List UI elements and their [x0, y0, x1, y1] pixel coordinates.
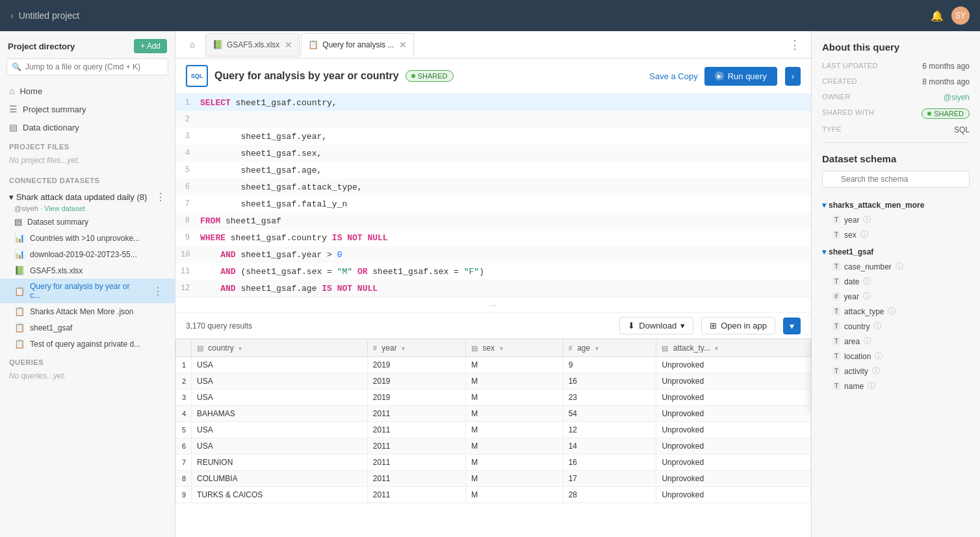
main-layout: Project directory + Add 🔍 ⌂ Home ☰ Proje… — [0, 31, 980, 537]
col-header-country[interactable]: ▤ country ▾ — [192, 340, 368, 357]
schema-search-input[interactable] — [822, 171, 970, 188]
table-body: 1 USA 2019 M 9 Unprovoked 2 USA 2019 M 1… — [176, 357, 811, 503]
query-tab-close[interactable]: ✕ — [399, 40, 407, 50]
schema-field-date: T date ⓘ — [822, 274, 970, 289]
table-row: 5 USA 2011 M 12 Unprovoked — [176, 422, 811, 438]
table-header-row: ▤ country ▾ # year ▾ ▤ sex ▾ # — [176, 340, 811, 357]
results-bar: 3,170 query results ⬇ Download ▾ ⊞ Open … — [175, 312, 811, 339]
activity-type: T — [832, 367, 840, 375]
tab-more-button[interactable]: ⋮ — [784, 38, 806, 52]
date-info-icon[interactable]: ⓘ — [863, 276, 871, 287]
shared-with-label: SHARED WITH — [822, 108, 874, 119]
row-num-cell: 1 — [176, 357, 192, 373]
sidebar-item-home[interactable]: ⌂ Home — [0, 82, 175, 100]
row-num-cell: 3 — [176, 390, 192, 406]
tab-query[interactable]: 📋 Query for analysis ... ✕ — [301, 33, 414, 56]
age-cell: 17 — [563, 471, 656, 487]
search-icon: 🔍 — [12, 62, 21, 71]
shared-with-dot — [927, 112, 931, 116]
attack-type-cell: Unprovoked — [656, 455, 811, 471]
code-line-10: 10 AND sheet1_gsaf.year > 0 — [175, 246, 811, 263]
view-dataset-link[interactable]: View dataset — [44, 205, 85, 212]
case-number-info-icon[interactable]: ⓘ — [896, 261, 903, 272]
year-cell: 2011 — [367, 471, 465, 487]
sidebar-file-download[interactable]: 📊 download-2019-02-20T23-55... — [0, 246, 175, 262]
col-header-age[interactable]: # age ▾ — [563, 340, 656, 357]
expand-code-bar[interactable]: ··· — [175, 297, 811, 312]
run-query-button[interactable]: ▶ Run query — [704, 67, 777, 86]
sex-sort-icon[interactable]: ▾ — [500, 345, 503, 352]
col-header-sex[interactable]: ▤ sex ▾ — [466, 340, 563, 357]
attack-type-info-icon[interactable]: ⓘ — [888, 306, 896, 317]
year-cell: 2011 — [367, 438, 465, 455]
gsaf-tab-close[interactable]: ✕ — [285, 40, 292, 50]
year-sort-icon[interactable]: ▾ — [402, 345, 405, 352]
avatar[interactable]: SY — [951, 6, 970, 25]
save-copy-button[interactable]: Save a Copy — [649, 71, 697, 81]
row-num-header — [176, 340, 192, 357]
sidebar-file-sharks-json[interactable]: 📋 Sharks Attack Men More .json — [0, 303, 175, 319]
back-chevron[interactable]: ‹ — [10, 10, 14, 21]
sidebar-item-data-dictionary[interactable]: ▤ Data dictionary — [0, 118, 175, 136]
col-header-attack-type[interactable]: ▤ attack_ty... ▾ — [656, 340, 811, 357]
download-icon: ⬇ — [628, 321, 635, 331]
sidebar-file-query[interactable]: 📋 Query for analysis by year or c... ⋮ — [0, 279, 175, 303]
sidebar-file-gsaf[interactable]: 📗 GSAF5.xls.xlsx — [0, 262, 175, 279]
sidebar-file-dataset-summary[interactable]: ▤ Dataset summary — [0, 214, 175, 230]
sidebar-file-sheet1[interactable]: 📋 sheet1_gsaf — [0, 319, 175, 336]
schema-field-year-1: T year ⓘ — [822, 212, 970, 227]
open-app-icon: ⊞ — [710, 321, 717, 331]
sidebar-file-test-query[interactable]: 📋 Test of query against private d... — [0, 336, 175, 352]
bell-icon[interactable]: 🔔 — [931, 10, 944, 22]
type-label: TYPE — [822, 125, 842, 134]
row-num-cell: 9 — [176, 487, 192, 503]
shared-badge: SHARED — [406, 70, 454, 82]
country-cell: USA — [192, 438, 368, 455]
download-button[interactable]: ⬇ Download ▾ — [619, 317, 693, 334]
year2-info-icon[interactable]: ⓘ — [863, 291, 871, 302]
age-sort-icon[interactable]: ▾ — [595, 345, 599, 352]
results-count: 3,170 query results — [186, 321, 252, 331]
country-cell: USA — [192, 357, 368, 373]
dataset-meta: @siyeh · View dataset — [0, 205, 175, 214]
open-in-app-button[interactable]: ⊞ Open in app — [701, 317, 775, 334]
query-file-icon: 📋 — [14, 286, 25, 296]
table-row: 8 COLUMBIA 2011 M 17 Unprovoked — [176, 471, 811, 487]
last-updated-value: 6 months ago — [922, 62, 970, 71]
tab-gsaf[interactable]: 📗 GSAF5.xls.xlsx ✕ — [205, 33, 300, 56]
search-input[interactable] — [6, 58, 168, 75]
open-app-dropdown-button[interactable]: ▾ — [783, 318, 801, 334]
sex-info-icon[interactable]: ⓘ — [860, 229, 868, 240]
sidebar-item-project-summary[interactable]: ☰ Project summary — [0, 100, 175, 118]
country-info-icon[interactable]: ⓘ — [873, 321, 881, 332]
home-icon: ⌂ — [9, 86, 14, 96]
col-header-year[interactable]: # year ▾ — [367, 340, 465, 357]
age-cell: 14 — [563, 438, 656, 455]
location-type: T — [832, 352, 840, 360]
area-info-icon[interactable]: ⓘ — [864, 336, 871, 347]
dataset-more-button[interactable]: ⋮ — [153, 191, 168, 203]
query-file-more-button[interactable]: ⋮ — [150, 285, 166, 297]
country-sort-icon[interactable]: ▾ — [239, 345, 242, 352]
home-tab[interactable]: ⌂ — [181, 33, 204, 56]
name-info-icon[interactable]: ⓘ — [868, 381, 875, 392]
row-num-cell: 6 — [176, 438, 192, 455]
sidebar-file-countries[interactable]: 📊 Countries with >10 unprovoke... — [0, 230, 175, 246]
expand-panel-button[interactable]: › — [785, 67, 801, 86]
dataset-name[interactable]: ▾ Shark attack data updated daily (8) — [9, 192, 147, 202]
schema-dataset-sheet1[interactable]: ▾ sheet1_gsaf — [822, 247, 970, 256]
add-button[interactable]: + Add — [134, 39, 167, 53]
row-num-cell: 7 — [176, 455, 192, 471]
case-number-type: T — [832, 262, 840, 271]
project-files-empty: No project files...yet. — [0, 153, 175, 170]
code-line-4: 4 sheet1_gsaf.sex, — [175, 145, 811, 162]
attack-type-sort-icon[interactable]: ▾ — [715, 345, 718, 352]
country-type: T — [832, 322, 840, 331]
activity-info-icon[interactable]: ⓘ — [872, 366, 880, 377]
location-info-icon[interactable]: ⓘ — [875, 351, 883, 362]
project-files-label: PROJECT FILES — [0, 136, 175, 153]
owner-value[interactable]: @siyeh — [944, 93, 970, 102]
schema-dataset-sharks[interactable]: ▾ sharks_attack_men_more — [822, 201, 970, 210]
expand-code-dots[interactable]: ··· — [490, 301, 496, 310]
year-info-icon[interactable]: ⓘ — [863, 214, 871, 225]
